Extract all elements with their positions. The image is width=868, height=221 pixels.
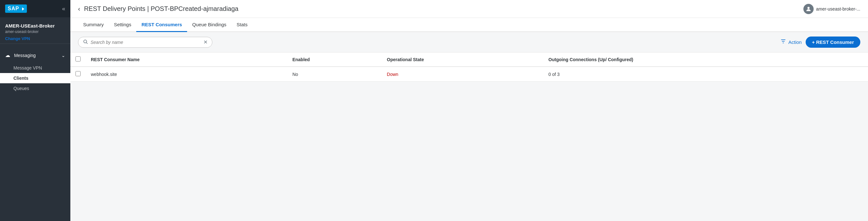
- change-vpn-button[interactable]: Change VPN: [5, 36, 30, 41]
- sidebar-logo: SAP «: [0, 0, 70, 17]
- messaging-section: ☁ Messaging ⌄: [0, 48, 70, 63]
- broker-name: AMER-USEast-Broker: [5, 23, 65, 28]
- sidebar-item-message-vpn[interactable]: Message VPN: [0, 63, 70, 73]
- row-enabled: No: [287, 66, 381, 82]
- sidebar-item-clients[interactable]: Clients: [0, 73, 70, 83]
- user-name: amer-useast-broker-...: [816, 6, 860, 11]
- sidebar-nav: ☁ Messaging ⌄ Message VPN Clients Queues: [0, 44, 70, 221]
- column-header-name: REST Consumer Name: [86, 53, 287, 66]
- table-row: webhook.site No Down 0 of 3: [70, 66, 868, 82]
- filter-icon: [780, 38, 786, 46]
- topbar-left: ‹ REST Delivery Points | POST-BPCreated-…: [78, 5, 238, 12]
- table-header-row: REST Consumer Name Enabled Operational S…: [70, 53, 868, 66]
- select-all-checkbox[interactable]: [75, 56, 81, 61]
- row-outgoing-connections: 0 of 3: [544, 66, 868, 82]
- main-content: ‹ REST Delivery Points | POST-BPCreated-…: [70, 0, 868, 221]
- user-avatar: [803, 4, 814, 14]
- content-area: ✕ Action + REST Consumer: [70, 32, 868, 221]
- toolbar: ✕ Action + REST Consumer: [70, 32, 868, 53]
- rest-consumers-table: REST Consumer Name Enabled Operational S…: [70, 53, 868, 82]
- svg-point-1: [84, 40, 87, 43]
- add-rest-consumer-button[interactable]: + REST Consumer: [806, 36, 860, 48]
- sidebar-item-label-queues: Queues: [13, 86, 29, 91]
- toolbar-actions: Action + REST Consumer: [780, 36, 860, 48]
- sidebar-item-label-message-vpn: Message VPN: [13, 65, 42, 71]
- action-label: Action: [788, 39, 802, 45]
- sidebar-item-label-clients: Clients: [13, 76, 28, 81]
- topbar-user: amer-useast-broker-...: [803, 4, 860, 14]
- column-header-outgoing-connections: Outgoing Connections (Up/ Configured): [544, 53, 868, 66]
- action-button[interactable]: Action: [780, 38, 802, 46]
- header-checkbox-cell: [70, 53, 86, 66]
- back-button[interactable]: ‹: [78, 5, 80, 12]
- page-title: REST Delivery Points | POST-BPCreated-aj…: [84, 5, 239, 12]
- broker-sub: amer-useast-broker: [5, 29, 65, 34]
- svg-point-0: [807, 7, 809, 9]
- messaging-label: Messaging: [14, 53, 36, 58]
- search-box: ✕: [78, 37, 212, 48]
- sap-triangle-icon: [22, 7, 24, 10]
- messaging-section-header[interactable]: ☁ Messaging ⌄: [5, 50, 65, 60]
- chevron-down-icon: ⌄: [61, 53, 65, 58]
- sidebar: SAP « AMER-USEast-Broker amer-useast-bro…: [0, 0, 70, 221]
- column-header-enabled: Enabled: [287, 53, 381, 66]
- sidebar-collapse-button[interactable]: «: [62, 5, 65, 12]
- clear-search-button[interactable]: ✕: [204, 39, 208, 45]
- data-table: REST Consumer Name Enabled Operational S…: [70, 53, 868, 82]
- search-icon: [83, 39, 88, 46]
- row-name[interactable]: webhook.site: [86, 66, 287, 82]
- tab-rest-consumers[interactable]: REST Consumers: [136, 18, 187, 32]
- svg-line-2: [86, 43, 88, 44]
- row-checkbox-cell: [70, 66, 86, 82]
- tab-summary[interactable]: Summary: [78, 18, 109, 32]
- tabs-bar: Summary Settings REST Consumers Queue Bi…: [70, 18, 868, 32]
- topbar: ‹ REST Delivery Points | POST-BPCreated-…: [70, 0, 868, 18]
- row-checkbox[interactable]: [75, 71, 81, 76]
- sap-logo: SAP: [5, 4, 27, 13]
- cloud-icon: ☁: [5, 53, 10, 58]
- tab-queue-bindings[interactable]: Queue Bindings: [187, 18, 231, 32]
- tab-stats[interactable]: Stats: [231, 18, 253, 32]
- search-input[interactable]: [91, 40, 201, 45]
- row-operational-state: Down: [382, 66, 544, 82]
- tab-settings[interactable]: Settings: [109, 18, 136, 32]
- add-rest-consumer-label: + REST Consumer: [812, 39, 854, 45]
- column-header-operational-state: Operational State: [382, 53, 544, 66]
- sidebar-item-queues[interactable]: Queues: [0, 83, 70, 93]
- sidebar-account: AMER-USEast-Broker amer-useast-broker Ch…: [0, 17, 70, 44]
